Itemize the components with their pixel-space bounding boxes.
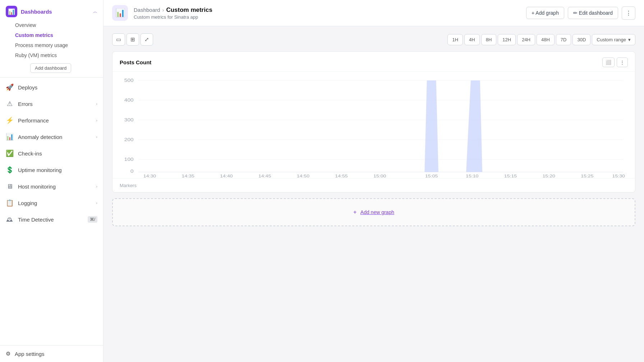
sidebar-item-custom-metrics[interactable]: Custom metrics bbox=[15, 30, 103, 40]
add-graph-icon: + bbox=[353, 209, 356, 215]
add-graph-card[interactable]: + Add new graph bbox=[112, 198, 635, 226]
time-30d-button[interactable]: 30D bbox=[572, 34, 590, 45]
breadcrumb-parent[interactable]: Dashboard bbox=[134, 7, 160, 13]
chevron-down-icon: › bbox=[96, 135, 97, 139]
header-titles: Dashboard › Custom metrics Custom metric… bbox=[134, 6, 520, 20]
chart-header: Posts Count ⬜ ⋮ bbox=[112, 52, 635, 72]
sidebar-dashboards-label: Dashboards bbox=[21, 9, 89, 15]
chevron-down-icon: › bbox=[96, 102, 97, 106]
svg-text:300: 300 bbox=[124, 117, 134, 122]
svg-text:500: 500 bbox=[124, 78, 134, 83]
svg-text:15:10: 15:10 bbox=[466, 174, 478, 178]
sidebar-item-ruby-vm[interactable]: Ruby (VM) metrics bbox=[15, 50, 103, 60]
sidebar-item-time-detective[interactable]: 🕰 Time Detective ⌘/ bbox=[0, 211, 103, 228]
add-graph-link[interactable]: Add new graph bbox=[360, 209, 394, 215]
checkins-icon: ✅ bbox=[6, 149, 14, 157]
svg-text:15:25: 15:25 bbox=[581, 174, 593, 178]
anomaly-icon: 📊 bbox=[6, 133, 14, 141]
chart-markers: Markers bbox=[112, 178, 635, 192]
sidebar-item-process-memory[interactable]: Process memory usage bbox=[15, 40, 103, 50]
content-area: ▭ ⊞ ⤢ 1H 4H 8H 12H 24H 48H 7D 30D Custom… bbox=[104, 26, 644, 362]
sidebar-item-host-monitoring[interactable]: 🖥 Host monitoring › bbox=[0, 178, 103, 195]
add-dashboard-button[interactable]: Add dashboard bbox=[30, 63, 71, 73]
sidebar-item-time-detective-label: Time Detective bbox=[18, 217, 83, 223]
app-settings-label: App settings bbox=[15, 351, 45, 357]
host-monitoring-icon: 🖥 bbox=[6, 182, 14, 190]
toolbar: ▭ ⊞ ⤢ 1H 4H 8H 12H 24H 48H 7D 30D Custom… bbox=[112, 33, 635, 46]
chart-svg: 500 400 300 200 100 0 bbox=[120, 78, 628, 178]
sidebar-item-checkins[interactable]: ✅ Check-ins bbox=[0, 145, 103, 162]
sidebar-item-app-settings[interactable]: ⚙ App settings bbox=[0, 345, 103, 362]
time-range-buttons: 1H 4H 8H 12H 24H 48H 7D 30D Custom range… bbox=[447, 34, 635, 45]
sidebar-item-performance[interactable]: ⚡ Performance › bbox=[0, 112, 103, 129]
layout-grid-button[interactable]: ⊞ bbox=[126, 33, 139, 46]
sidebar-item-errors-label: Errors bbox=[18, 101, 92, 107]
svg-text:14:50: 14:50 bbox=[297, 174, 309, 178]
header-icon: 📊 bbox=[112, 5, 128, 21]
markers-label: Markers bbox=[120, 183, 137, 188]
chart-body: 500 400 300 200 100 0 bbox=[112, 72, 635, 178]
svg-text:15:05: 15:05 bbox=[425, 174, 438, 178]
svg-text:15:00: 15:00 bbox=[373, 174, 386, 178]
breadcrumb-separator: › bbox=[162, 7, 164, 13]
add-graph-button[interactable]: + Add graph bbox=[526, 7, 564, 19]
uptime-icon: 💲 bbox=[6, 166, 14, 174]
sidebar-item-host-label: Host monitoring bbox=[18, 184, 92, 190]
svg-text:15:30: 15:30 bbox=[612, 174, 625, 178]
chart-area: 500 400 300 200 100 0 bbox=[120, 78, 628, 178]
svg-text:15:15: 15:15 bbox=[504, 174, 517, 178]
time-1h-button[interactable]: 1H bbox=[447, 34, 463, 45]
svg-text:100: 100 bbox=[124, 157, 134, 162]
settings-icon: ⚙ bbox=[6, 351, 10, 357]
sidebar-item-errors[interactable]: ⚠ Errors › bbox=[0, 96, 103, 112]
main-content: 📊 Dashboard › Custom metrics Custom metr… bbox=[104, 0, 644, 362]
chart-header-actions: ⬜ ⋮ bbox=[602, 57, 628, 67]
svg-marker-12 bbox=[415, 80, 448, 172]
sidebar-dashboards-sub: Overview Custom metrics Process memory u… bbox=[0, 20, 103, 76]
header-actions: + Add graph ✏ Edit dashboard ⋮ bbox=[526, 6, 635, 20]
breadcrumb-current: Custom metrics bbox=[166, 6, 212, 14]
time-48h-button[interactable]: 48H bbox=[537, 34, 555, 45]
sidebar-footer: ⚙ App settings bbox=[0, 345, 103, 362]
sidebar-item-deploys-label: Deploys bbox=[18, 84, 97, 90]
layout-expand-button[interactable]: ⤢ bbox=[141, 33, 153, 46]
logging-icon: 📋 bbox=[6, 199, 14, 207]
sidebar-item-anomaly[interactable]: 📊 Anomaly detection › bbox=[0, 129, 103, 145]
sidebar-item-uptime-label: Uptime monitoring bbox=[18, 167, 97, 173]
time-7d-button[interactable]: 7D bbox=[556, 34, 571, 45]
chart-card: Posts Count ⬜ ⋮ 500 400 300 200 100 0 bbox=[112, 51, 635, 192]
layout-single-button[interactable]: ▭ bbox=[112, 33, 125, 46]
time-12h-button[interactable]: 12H bbox=[498, 34, 516, 45]
time-4h-button[interactable]: 4H bbox=[464, 34, 480, 45]
sidebar-dashboards-header[interactable]: 📊 Dashboards ︿ bbox=[0, 0, 103, 20]
custom-range-button[interactable]: Custom range ▾ bbox=[592, 34, 635, 45]
header-subtitle: Custom metrics for Sinatra app bbox=[134, 14, 520, 20]
chevron-down-icon: › bbox=[96, 118, 97, 122]
svg-text:200: 200 bbox=[124, 137, 134, 142]
chevron-down-icon: › bbox=[96, 184, 97, 189]
svg-text:15:20: 15:20 bbox=[543, 174, 555, 178]
time-detective-icon: 🕰 bbox=[6, 215, 14, 223]
sidebar-item-performance-label: Performance bbox=[18, 117, 92, 124]
more-options-button[interactable]: ⋮ bbox=[622, 6, 635, 20]
edit-dashboard-button[interactable]: ✏ Edit dashboard bbox=[568, 7, 618, 19]
sidebar-item-checkins-label: Check-ins bbox=[18, 150, 97, 157]
sidebar-item-logging[interactable]: 📋 Logging › bbox=[0, 195, 103, 211]
sidebar: 📊 Dashboards ︿ Overview Custom metrics P… bbox=[0, 0, 104, 362]
sidebar-item-uptime[interactable]: 💲 Uptime monitoring bbox=[0, 162, 103, 178]
time-24h-button[interactable]: 24H bbox=[517, 34, 535, 45]
svg-text:400: 400 bbox=[124, 98, 134, 103]
chart-title: Posts Count bbox=[120, 59, 151, 65]
sidebar-item-overview[interactable]: Overview bbox=[15, 20, 103, 30]
svg-text:14:40: 14:40 bbox=[220, 174, 233, 178]
top-header: 📊 Dashboard › Custom metrics Custom metr… bbox=[104, 0, 644, 26]
svg-text:14:35: 14:35 bbox=[182, 174, 194, 178]
errors-icon: ⚠ bbox=[6, 100, 14, 108]
sidebar-item-deploys[interactable]: 🚀 Deploys bbox=[0, 79, 103, 96]
svg-text:14:30: 14:30 bbox=[143, 174, 156, 178]
chart-more-button[interactable]: ⋮ bbox=[617, 57, 628, 67]
chart-export-button[interactable]: ⬜ bbox=[602, 57, 615, 67]
time-8h-button[interactable]: 8H bbox=[481, 34, 497, 45]
custom-range-label: Custom range bbox=[597, 37, 626, 42]
sidebar-item-anomaly-label: Anomaly detection bbox=[18, 134, 92, 140]
